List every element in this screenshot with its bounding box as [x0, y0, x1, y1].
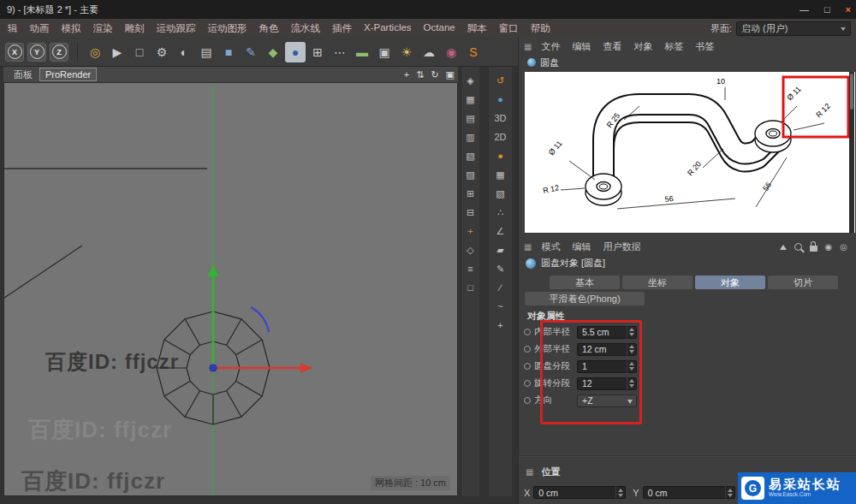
tab-prorender[interactable]: ProRender [39, 68, 97, 81]
mode-icon[interactable]: ● [493, 149, 508, 163]
filter-icon[interactable] [780, 241, 787, 250]
toolbar-icon[interactable]: □ [129, 42, 150, 62]
close-button[interactable]: × [846, 4, 851, 15]
lock-icon[interactable] [810, 246, 817, 252]
value-field[interactable]: 12 cm [577, 343, 637, 356]
menu-item[interactable]: 插件 [326, 22, 358, 35]
view-control-icon[interactable]: ↻ [431, 69, 438, 80]
menu-item[interactable]: 运动图形 [202, 22, 253, 35]
view-control-icon[interactable]: ▣ [446, 69, 455, 80]
menu-item[interactable]: 模拟 [56, 22, 87, 35]
menu-item[interactable]: 雕刻 [119, 22, 151, 35]
toolbar-icon[interactable]: ⊞ [307, 42, 328, 62]
axis-gizmo[interactable] [208, 264, 312, 373]
origin-handle[interactable] [210, 365, 217, 371]
lock-y-button[interactable]: Y [27, 43, 46, 62]
palette-icon[interactable]: ⊞ [463, 187, 479, 200]
mode-icon[interactable]: ✎ [493, 262, 508, 276]
keyframe-ring-icon[interactable] [524, 329, 531, 335]
palette-icon[interactable]: ▦ [463, 92, 479, 106]
mode-icon[interactable]: ∴ [493, 205, 508, 219]
menu-item[interactable]: 动画 [24, 22, 56, 35]
mode-icon[interactable]: + [493, 318, 508, 332]
toolbar-icon[interactable]: ▣ [374, 42, 395, 62]
toolbar-icon[interactable]: ◉ [441, 42, 461, 62]
mode-icon[interactable]: ▦ [493, 168, 508, 181]
menu-item[interactable]: X-Particles [358, 22, 418, 35]
value-field[interactable]: 1 [577, 360, 637, 373]
toolbar-icon[interactable]: ⚙ [152, 42, 172, 62]
menu-item[interactable]: 书签 [689, 40, 720, 53]
palette-icon[interactable]: ◈ [463, 74, 479, 87]
compare-icon[interactable]: ◎ [840, 242, 847, 252]
mode-icon[interactable]: ▧ [493, 187, 508, 200]
mode-icon[interactable]: ▰ [493, 243, 508, 257]
stepper[interactable] [627, 359, 634, 373]
object-list-item-disc[interactable]: 圆盘 [519, 55, 856, 70]
x-axis-arrow[interactable] [300, 363, 312, 373]
toolbar-icon[interactable]: ◆ [263, 42, 283, 62]
palette-icon[interactable]: □ [463, 281, 479, 294]
menu-item[interactable]: 标签 [658, 40, 689, 53]
tab-panel[interactable]: 面板 [7, 68, 39, 81]
menu-item[interactable]: 运动跟踪 [151, 22, 202, 35]
keyframe-ring-icon[interactable] [524, 363, 531, 370]
toolbar-icon[interactable]: ◎ [85, 42, 105, 62]
scrollbar[interactable] [849, 72, 854, 233]
panel-menu-icon[interactable]: ▦ [524, 242, 532, 252]
stepper[interactable] [627, 325, 634, 339]
toolbar-icon[interactable]: ⋯ [330, 42, 350, 62]
mode-icon[interactable]: ↺ [493, 74, 508, 87]
toolbar-icon[interactable]: ▤ [196, 42, 217, 62]
viewport-canvas[interactable]: 百度ID: ffjczr 百度ID: ffjczr 百度ID: ffjczr 网… [3, 82, 458, 496]
menu-item[interactable]: 角色 [253, 22, 285, 35]
interface-dropdown[interactable]: 启动 (用户) [736, 21, 851, 36]
menu-item[interactable]: 文件 [535, 40, 566, 53]
menu-item[interactable]: 流水线 [285, 22, 327, 35]
menu-item[interactable]: 脚本 [461, 22, 493, 35]
stepper[interactable] [615, 486, 623, 500]
menu-item[interactable]: 编辑 [566, 40, 597, 53]
mode-icon[interactable]: ● [493, 92, 508, 106]
toolbar-icon[interactable]: S [463, 42, 484, 62]
toolbar-icon[interactable]: ▶ [107, 42, 128, 62]
toolbar-icon[interactable]: ● [285, 42, 306, 62]
panel-menu-icon[interactable]: ▦ [524, 42, 532, 51]
menu-item[interactable]: 对象 [627, 40, 658, 53]
palette-icon[interactable]: ⊟ [463, 205, 479, 219]
mode-icon[interactable]: ~ [493, 299, 508, 313]
mode-icon[interactable]: ∠ [493, 224, 508, 238]
stepper[interactable] [725, 486, 733, 500]
toolbar-icon[interactable]: ◐ [174, 42, 194, 62]
restore-button[interactable]: □ [824, 4, 830, 15]
tab-basic[interactable]: 基本 [550, 276, 620, 289]
toolbar-icon[interactable]: ☀ [396, 42, 417, 62]
menu-item[interactable]: 辑 [2, 22, 24, 35]
menu-item[interactable]: Octane [418, 22, 461, 35]
y-position-field[interactable]: 0 cm [643, 486, 735, 499]
palette-icon[interactable]: ▤ [463, 111, 479, 125]
palette-icon[interactable]: ▥ [463, 130, 479, 144]
menu-item[interactable]: 用户数据 [597, 240, 646, 253]
view-control-icon[interactable]: ⇅ [416, 69, 424, 80]
x-position-field[interactable]: 0 cm [533, 486, 626, 499]
palette-icon[interactable]: ▧ [463, 149, 479, 163]
scrollbar-thumb[interactable] [850, 74, 853, 110]
menu-item[interactable]: 窗口 [493, 22, 525, 35]
palette-icon[interactable]: ◇ [463, 243, 479, 257]
tab-phong[interactable]: 平滑着色(Phong) [525, 292, 645, 305]
toolbar-icon[interactable]: ■ [218, 42, 239, 62]
rotation-band[interactable] [251, 307, 269, 332]
toolbar-icon[interactable]: ✎ [241, 42, 261, 62]
palette-icon[interactable]: + [463, 224, 479, 238]
menu-item[interactable]: 模式 [535, 240, 566, 253]
mode-icon[interactable]: 2D [493, 130, 508, 144]
direction-dropdown[interactable]: +Z [577, 394, 637, 407]
menu-item[interactable]: 渲染 [87, 22, 119, 35]
mode-icon[interactable]: ∕ [493, 281, 508, 294]
palette-icon[interactable]: ≡ [463, 262, 479, 276]
search-icon[interactable] [794, 243, 802, 251]
tab-coordinates[interactable]: 坐标 [622, 276, 693, 289]
y-axis-arrow[interactable] [208, 264, 218, 276]
keyframe-ring-icon[interactable] [524, 397, 531, 404]
